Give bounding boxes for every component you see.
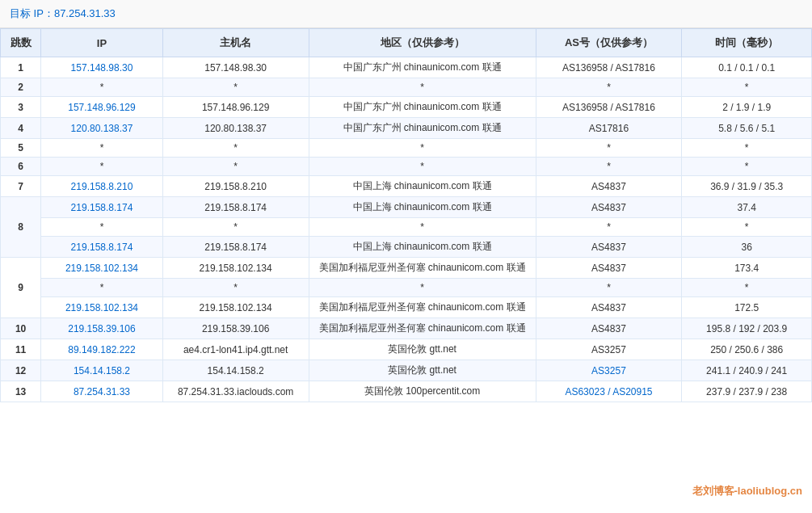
host-cell: 219.158.102.134 — [162, 258, 309, 279]
ip-cell: * — [41, 279, 163, 297]
col-header-region: 地区（仅供参考） — [309, 29, 536, 57]
ip-link[interactable]: 157.148.98.30 — [71, 62, 133, 74]
as-cell: AS17816 — [536, 118, 682, 139]
table-header-row: 跳数 IP 主机名 地区（仅供参考） AS号（仅供参考） 时间（毫秒） — [1, 29, 812, 57]
host-cell: 219.158.39.106 — [162, 318, 309, 339]
ip-link[interactable]: 219.158.8.210 — [71, 181, 133, 192]
target-ip-label: 目标 IP： — [10, 7, 54, 19]
ip-cell: * — [41, 218, 163, 237]
ip-link[interactable]: 89.149.182.222 — [68, 344, 135, 355]
table-row: 5***** — [1, 139, 812, 158]
as-cell[interactable]: AS63023 / AS20915 — [536, 381, 682, 402]
ip-link[interactable]: 219.158.102.134 — [65, 302, 138, 313]
time-cell: 237.9 / 237.9 / 238 — [682, 381, 812, 402]
ip-link[interactable]: 219.158.8.174 — [71, 202, 133, 213]
host-cell: * — [162, 78, 309, 97]
col-header-host: 主机名 — [162, 29, 309, 57]
host-cell: 219.158.8.210 — [162, 176, 309, 197]
as-link[interactable]: AS63023 / AS20915 — [565, 386, 652, 397]
col-header-ip: IP — [41, 29, 163, 57]
time-cell: 172.5 — [682, 297, 812, 318]
time-cell: 37.4 — [682, 197, 812, 218]
region-cell: * — [309, 139, 536, 158]
time-cell: 36 — [682, 237, 812, 258]
ip-link[interactable]: 219.158.39.106 — [68, 323, 135, 334]
ip-cell[interactable]: 219.158.39.106 — [41, 318, 163, 339]
time-cell: 173.4 — [682, 258, 812, 279]
table-row: 1387.254.31.3387.254.31.33.iaclouds.com英… — [1, 381, 812, 402]
region-cell: 中国广东广州 chinaunicom.com 联通 — [309, 97, 536, 118]
table-row: 2***** — [1, 78, 812, 97]
host-cell: 219.158.8.174 — [162, 197, 309, 218]
table-row: ***** — [1, 218, 812, 237]
host-cell: 157.148.96.129 — [162, 97, 309, 118]
as-cell: AS4837 — [536, 176, 682, 197]
ip-cell[interactable]: 219.158.8.174 — [41, 197, 163, 218]
ip-cell[interactable]: 154.14.158.2 — [41, 360, 163, 381]
time-cell: * — [682, 78, 812, 97]
time-cell: 2 / 1.9 / 1.9 — [682, 97, 812, 118]
hop-cell: 2 — [1, 78, 41, 97]
ip-link[interactable]: 154.14.158.2 — [74, 365, 130, 376]
hop-cell: 3 — [1, 97, 41, 118]
col-header-hop: 跳数 — [1, 29, 41, 57]
as-cell: AS4837 — [536, 297, 682, 318]
as-link[interactable]: AS3257 — [591, 365, 626, 376]
hop-cell: 10 — [1, 318, 41, 339]
region-cell: * — [309, 78, 536, 97]
ip-cell[interactable]: 219.158.8.174 — [41, 237, 163, 258]
table-row: 3157.148.96.129157.148.96.129中国广东广州 chin… — [1, 97, 812, 118]
region-cell: 中国广东广州 chinaunicom.com 联通 — [309, 118, 536, 139]
ip-cell[interactable]: 219.158.102.134 — [41, 258, 163, 279]
ip-cell: * — [41, 158, 163, 176]
col-header-as: AS号（仅供参考） — [536, 29, 682, 57]
table-row: 7219.158.8.210219.158.8.210中国上海 chinauni… — [1, 176, 812, 197]
region-cell: 英国伦敦 gtt.net — [309, 360, 536, 381]
host-cell: 219.158.8.174 — [162, 237, 309, 258]
region-cell: 中国上海 chinaunicom.com 联通 — [309, 197, 536, 218]
table-row: 219.158.102.134219.158.102.134美国加利福尼亚州圣何… — [1, 297, 812, 318]
as-cell: AS4837 — [536, 318, 682, 339]
hop-cell: 1 — [1, 57, 41, 78]
as-cell: * — [536, 78, 682, 97]
time-cell: 250 / 250.6 / 386 — [682, 339, 812, 360]
host-cell: * — [162, 139, 309, 158]
region-cell: 英国伦敦 100percentit.com — [309, 381, 536, 402]
as-cell: * — [536, 218, 682, 237]
host-cell: 154.14.158.2 — [162, 360, 309, 381]
ip-link[interactable]: 87.254.31.33 — [74, 386, 130, 397]
ip-cell[interactable]: 157.148.98.30 — [41, 57, 163, 78]
traceroute-table: 跳数 IP 主机名 地区（仅供参考） AS号（仅供参考） 时间（毫秒） 1157… — [0, 28, 812, 402]
as-cell: AS4837 — [536, 197, 682, 218]
ip-cell[interactable]: 219.158.102.134 — [41, 297, 163, 318]
hop-cell: 13 — [1, 381, 41, 402]
as-cell[interactable]: AS3257 — [536, 360, 682, 381]
time-cell: * — [682, 218, 812, 237]
ip-cell[interactable]: 87.254.31.33 — [41, 381, 163, 402]
time-cell: 36.9 / 31.9 / 35.3 — [682, 176, 812, 197]
ip-link[interactable]: 120.80.138.37 — [71, 123, 133, 134]
ip-cell: * — [41, 78, 163, 97]
ip-cell[interactable]: 157.148.96.129 — [41, 97, 163, 118]
hop-cell: 8 — [1, 197, 41, 258]
time-cell: * — [682, 158, 812, 176]
as-cell: * — [536, 279, 682, 297]
table-row: 6***** — [1, 158, 812, 176]
region-cell: * — [309, 218, 536, 237]
table-row: 1189.149.182.222ae4.cr1-lon41.ip4.gtt.ne… — [1, 339, 812, 360]
table-row: ***** — [1, 279, 812, 297]
hop-cell: 5 — [1, 139, 41, 158]
ip-link[interactable]: 219.158.102.134 — [65, 263, 138, 274]
hop-cell: 11 — [1, 339, 41, 360]
as-cell: AS4837 — [536, 258, 682, 279]
time-cell: 241.1 / 240.9 / 241 — [682, 360, 812, 381]
ip-cell[interactable]: 120.80.138.37 — [41, 118, 163, 139]
host-cell: ae4.cr1-lon41.ip4.gtt.net — [162, 339, 309, 360]
ip-cell[interactable]: 89.149.182.222 — [41, 339, 163, 360]
ip-link[interactable]: 219.158.8.174 — [71, 242, 133, 253]
as-cell: * — [536, 139, 682, 158]
table-row: 4120.80.138.37120.80.138.37中国广东广州 chinau… — [1, 118, 812, 139]
ip-cell[interactable]: 219.158.8.210 — [41, 176, 163, 197]
ip-cell: * — [41, 139, 163, 158]
ip-link[interactable]: 157.148.96.129 — [68, 102, 135, 113]
